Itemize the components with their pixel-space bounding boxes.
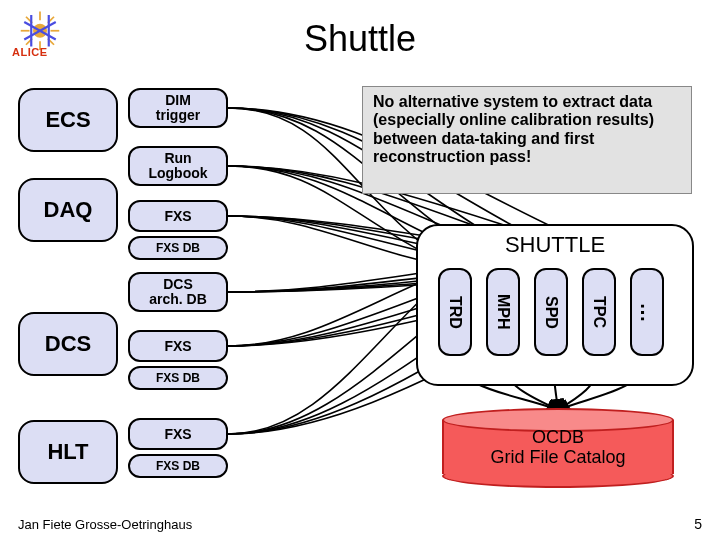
source-hlt-fxsdb: FXS DB bbox=[128, 454, 228, 478]
footer-author: Jan Fiete Grosse-Oetringhaus bbox=[18, 517, 192, 532]
source-dcs-fxsdb: FXS DB bbox=[128, 366, 228, 390]
source-run-logbook: Run Logbook bbox=[128, 146, 228, 186]
ocdb-label-1: OCDB bbox=[532, 427, 584, 447]
detector-more: … bbox=[630, 268, 664, 356]
source-dim-trigger: DIM trigger bbox=[128, 88, 228, 128]
system-ecs: ECS bbox=[18, 88, 118, 152]
page-number: 5 bbox=[694, 516, 702, 532]
system-daq: DAQ bbox=[18, 178, 118, 242]
system-dcs: DCS bbox=[18, 312, 118, 376]
source-daq-fxs: FXS bbox=[128, 200, 228, 232]
source-dcs-fxs: FXS bbox=[128, 330, 228, 362]
info-note: No alternative system to extract data (e… bbox=[362, 86, 692, 194]
system-hlt: HLT bbox=[18, 420, 118, 484]
source-hlt-fxs: FXS bbox=[128, 418, 228, 450]
source-daq-fxsdb: FXS DB bbox=[128, 236, 228, 260]
ocdb-label-2: Grid File Catalog bbox=[490, 447, 625, 467]
detector-trd: TRD bbox=[438, 268, 472, 356]
shuttle-title: SHUTTLE bbox=[418, 232, 692, 258]
page-title: Shuttle bbox=[0, 18, 720, 60]
source-dcs-archdb: DCS arch. DB bbox=[128, 272, 228, 312]
detector-tpc: TPC bbox=[582, 268, 616, 356]
detector-mph: MPH bbox=[486, 268, 520, 356]
ocdb-cylinder: OCDB Grid File Catalog bbox=[442, 408, 674, 486]
detector-spd: SPD bbox=[534, 268, 568, 356]
